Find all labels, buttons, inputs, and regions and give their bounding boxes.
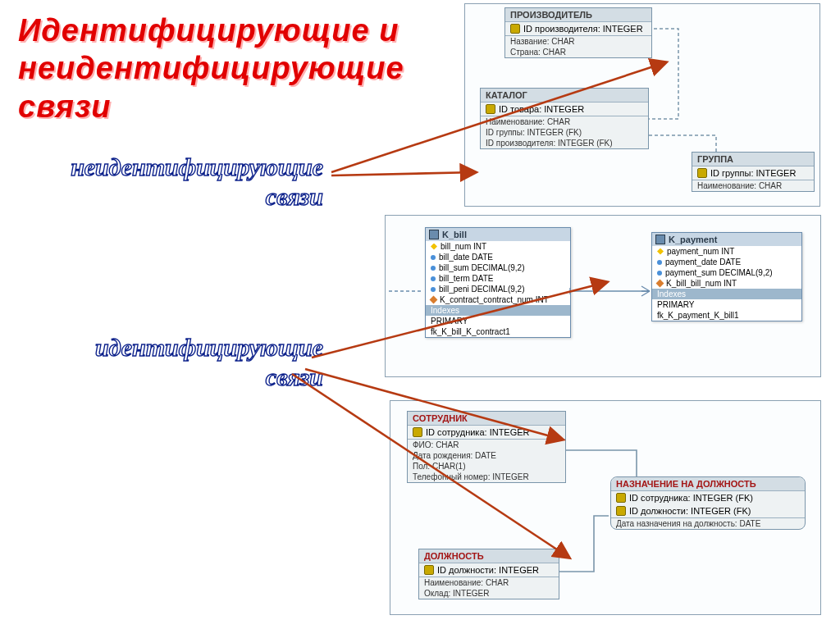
label-word: связи [266,183,323,210]
er-diagram-identifying-mysql: K_bill bill_num INT bill_date DATE bill_… [385,215,821,377]
label-word: идентифицирующие [95,334,323,361]
relation-lines-bot [390,401,820,614]
label-word: неидентифицирующие [71,153,323,180]
er-diagram-identifying-employee: СОТРУДНИК ID сотрудника: INTEGER ФИО: CH… [390,400,821,615]
slide-title: Идентифицирующие инеидентифицирующиесвяз… [18,11,404,125]
svg-line-4 [331,172,476,175]
relation-lines-mid [386,216,820,376]
nonidentifying-label: неидентифицирующие связи [44,153,323,212]
er-diagram-nonidentifying: ПРОИЗВОДИТЕЛЬ ID производителя: INTEGER … [464,3,820,207]
label-word: связи [266,363,323,390]
identifying-label: идентифицирующие связи [44,333,323,392]
relation-lines-top [465,4,819,206]
